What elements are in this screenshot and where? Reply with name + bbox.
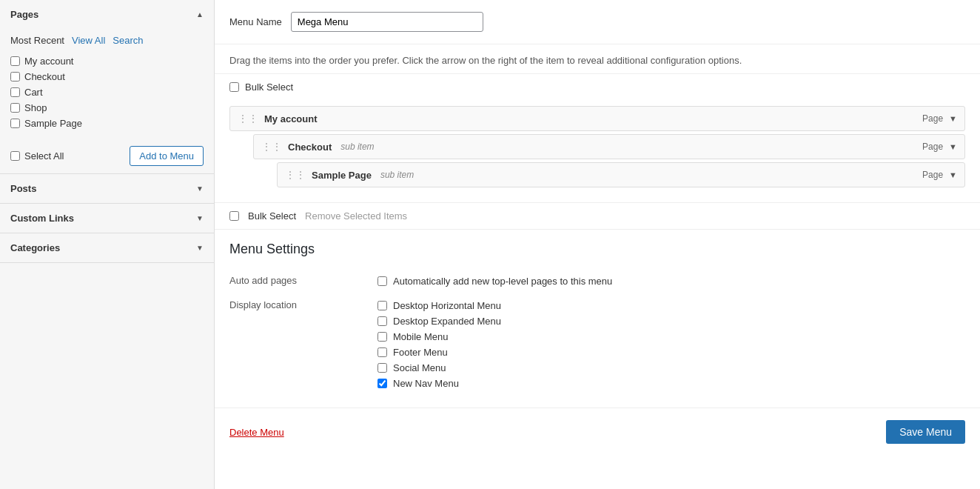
page-checkbox-my-account[interactable] [10, 56, 20, 66]
location-footer-checkbox[interactable] [377, 347, 387, 357]
page-footer: Delete Menu Save Menu [215, 408, 980, 456]
list-item: Checkout [10, 69, 204, 84]
auto-add-label: Auto add pages [229, 269, 377, 293]
auto-add-option: Automatically add new top-level pages to… [377, 273, 965, 289]
tab-most-recent[interactable]: Most Recent [10, 35, 64, 46]
auto-add-checkbox[interactable] [377, 276, 387, 286]
save-menu-button[interactable]: Save Menu [886, 420, 965, 444]
location-social: Social Menu [377, 360, 965, 376]
display-location-label: Display location [229, 293, 377, 396]
checkout-item-left: ⋮⋮ Checkout sub item [261, 141, 375, 153]
delete-menu-link[interactable]: Delete Menu [229, 427, 284, 438]
categories-chevron-icon: ▼ [196, 244, 204, 252]
pages-tabs: Most Recent View All Search [0, 29, 214, 50]
custom-links-section: Custom Links ▼ [0, 204, 214, 233]
sidebar: Pages ▲ Most Recent View All Search My a… [0, 0, 215, 489]
auto-add-row: Auto add pages Automatically add new top… [229, 269, 965, 293]
drag-handle-icon[interactable]: ⋮⋮ [238, 113, 258, 124]
main-content: Menu Name Drag the items into the order … [215, 0, 980, 489]
menu-settings-title: Menu Settings [229, 242, 965, 257]
menu-items-area: ⋮⋮ My account Page ▼ ⋮⋮ Checkout sub ite… [215, 100, 980, 196]
location-mobile-label: Mobile Menu [393, 331, 448, 342]
menu-name-label: Menu Name [229, 16, 282, 27]
menu-item-sample-page: ⋮⋮ Sample Page sub item Page ▼ [277, 162, 965, 187]
menu-item-sample-type: Page [922, 170, 943, 180]
menu-item-right: Page ▼ [922, 113, 957, 124]
location-new-nav-checkbox[interactable] [377, 379, 387, 388]
top-bulk-select-row: Bulk Select [215, 74, 980, 100]
sub-items-container: ⋮⋮ Checkout sub item Page ▼ ⋮⋮ [229, 134, 965, 187]
location-desktop-expanded-checkbox[interactable] [377, 316, 387, 326]
menu-item-sample-chevron-icon[interactable]: ▼ [949, 170, 957, 179]
page-label-checkout: Checkout [24, 71, 65, 82]
location-footer: Footer Menu [377, 345, 965, 360]
menu-settings: Menu Settings Auto add pages Automatical… [215, 230, 980, 408]
page-label-sample: Sample Page [24, 118, 82, 129]
menu-name-row: Menu Name [215, 0, 980, 44]
bottom-bulk-select-checkbox[interactable] [229, 211, 239, 221]
top-bulk-select-checkbox[interactable] [229, 82, 239, 92]
select-all-checkbox[interactable] [10, 151, 20, 161]
menu-item-checkout: ⋮⋮ Checkout sub item Page ▼ [253, 134, 965, 159]
menu-item-left: ⋮⋮ My account [238, 113, 318, 124]
page-checkbox-checkout[interactable] [10, 72, 20, 82]
pages-footer: Select All Add to Menu [0, 139, 214, 173]
menu-instructions: Drag the items into the order you prefer… [215, 44, 980, 74]
page-checkbox-sample[interactable] [10, 119, 20, 128]
location-desktop-expanded: Desktop Expanded Menu [377, 313, 965, 329]
auto-add-option-label: Automatically add new top-level pages to… [393, 276, 612, 287]
pages-section-title: Pages [10, 9, 38, 20]
menu-item-sample-bar: ⋮⋮ Sample Page sub item Page ▼ [278, 163, 964, 187]
menu-item-my-account-type: Page [922, 113, 943, 124]
add-to-menu-button[interactable]: Add to Menu [130, 146, 204, 166]
page-checkbox-cart[interactable] [10, 87, 20, 97]
location-desktop-horizontal-checkbox[interactable] [377, 301, 387, 310]
list-item: Cart [10, 84, 204, 100]
custom-links-chevron-icon: ▼ [196, 214, 204, 222]
categories-title: Categories [10, 242, 60, 253]
auto-add-options: Automatically add new top-level pages to… [377, 269, 965, 293]
location-social-checkbox[interactable] [377, 363, 387, 373]
posts-chevron-icon: ▼ [196, 184, 204, 193]
drag-handle-checkout-icon[interactable]: ⋮⋮ [261, 141, 282, 153]
bottom-bulk-select-label: Bulk Select [248, 210, 296, 222]
custom-links-header[interactable]: Custom Links ▼ [0, 204, 214, 233]
tab-search[interactable]: Search [113, 35, 143, 46]
tab-view-all[interactable]: View All [72, 35, 105, 46]
posts-section-header[interactable]: Posts ▼ [0, 174, 214, 203]
display-location-options: Desktop Horizontal Menu Desktop Expanded… [377, 293, 965, 396]
pages-chevron-icon: ▲ [196, 10, 204, 19]
menu-item-my-account-title: My account [264, 113, 318, 124]
sample-item-left: ⋮⋮ Sample Page sub item [285, 169, 414, 181]
menu-item-sample-title: Sample Page [312, 170, 372, 181]
settings-table: Auto add pages Automatically add new top… [229, 269, 965, 396]
page-label-shop: Shop [24, 102, 47, 113]
pages-list: My account Checkout Cart Shop Sample Pag… [0, 50, 214, 139]
pages-section: Pages ▲ Most Recent View All Search My a… [0, 0, 214, 174]
pages-section-header[interactable]: Pages ▲ [0, 0, 214, 29]
location-mobile-checkbox[interactable] [377, 332, 387, 342]
location-mobile: Mobile Menu [377, 329, 965, 345]
categories-section: Categories ▼ [0, 233, 214, 263]
sample-item-right: Page ▼ [922, 170, 957, 180]
display-location-row: Display location Desktop Horizontal Menu… [229, 293, 965, 396]
menu-item-checkout-chevron-icon[interactable]: ▼ [949, 142, 957, 151]
location-new-nav: New Nav Menu [377, 376, 965, 391]
menu-item-my-account: ⋮⋮ My account Page ▼ [229, 106, 965, 131]
page-checkbox-shop[interactable] [10, 103, 20, 113]
menu-item-checkout-title: Checkout [288, 142, 332, 153]
menu-item-checkout-bar: ⋮⋮ Checkout sub item Page ▼ [254, 135, 964, 159]
select-all-container: Select All [10, 150, 64, 162]
categories-header[interactable]: Categories ▼ [0, 233, 214, 262]
bottom-bulk-row: Bulk Select Remove Selected Items [215, 202, 980, 230]
location-social-label: Social Menu [393, 362, 446, 373]
location-new-nav-label: New Nav Menu [393, 378, 459, 389]
remove-selected-link[interactable]: Remove Selected Items [305, 210, 407, 222]
menu-item-my-account-chevron-icon[interactable]: ▼ [949, 114, 957, 123]
top-bulk-select-label: Bulk Select [245, 82, 293, 93]
drag-handle-sample-icon[interactable]: ⋮⋮ [285, 169, 306, 181]
menu-item-checkout-type: Page [922, 142, 943, 152]
menu-item-sample-sublabel: sub item [380, 170, 414, 180]
menu-name-input[interactable] [291, 12, 483, 32]
page-label-my-account: My account [24, 56, 73, 67]
